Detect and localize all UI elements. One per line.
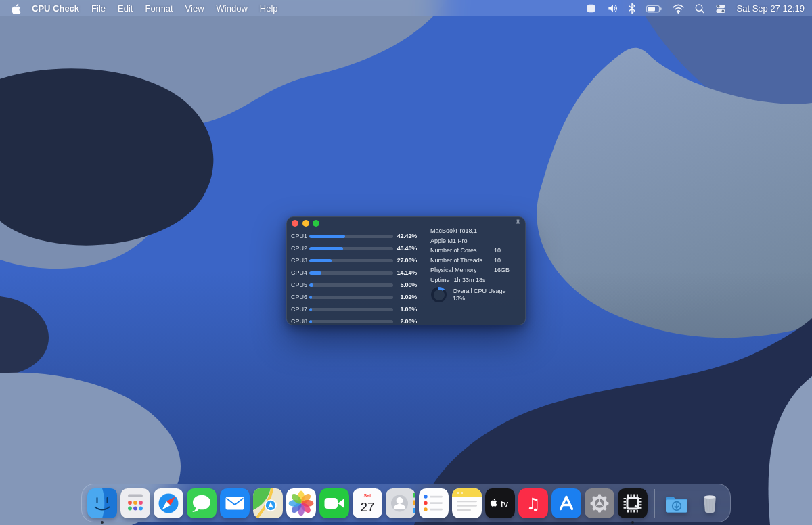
dock-icon-notes[interactable] [451, 488, 482, 519]
window-controls [292, 220, 319, 227]
bluetooth-icon[interactable] [623, 0, 641, 16]
cpu-usage-bar-fill [309, 259, 332, 262]
menu-item-edit[interactable]: Edit [112, 3, 139, 14]
cpu-percent: 1.02% [393, 294, 424, 300]
menu-item-format[interactable]: Format [139, 3, 179, 14]
svg-text:Sat: Sat [364, 493, 372, 497]
system-info-pane: MacBookPro18,1 Apple M1 Pro Number of Co… [430, 226, 521, 302]
pane-divider [424, 227, 424, 319]
dock-divider [654, 489, 655, 518]
cpu-row: CPU327.00% [287, 254, 424, 267]
dock-icon-photos[interactable] [286, 488, 317, 519]
cpu-usage-bar-fill [309, 308, 312, 311]
cpu-percent: 14.14% [393, 269, 424, 276]
cpu-usage-bar [309, 320, 393, 323]
cpu-percent: 2.00% [393, 318, 424, 325]
dock-icon-contacts[interactable] [385, 488, 416, 519]
menu-item-help[interactable]: Help [254, 3, 284, 14]
cpu-row: CPU240.40% [287, 242, 424, 254]
menu-bar: CPU Check FileEditFormatViewWindowHelp S… [0, 0, 812, 16]
dock-icon-app-store[interactable] [551, 488, 582, 519]
cpu-label: CPU6 [291, 294, 309, 300]
cpu-check-window: CPU142.42%CPU240.40%CPU327.00%CPU414.14%… [286, 216, 526, 325]
dock-icon-settings[interactable] [584, 488, 615, 519]
cpu-usage-bar [309, 235, 393, 238]
cpu-row: CPU61.02% [287, 291, 424, 303]
cpu-usage-bar [309, 247, 393, 250]
cpu-percent: 1.00% [393, 306, 424, 313]
cpu-usage-list: CPU142.42%CPU240.40%CPU327.00%CPU414.14%… [287, 230, 424, 327]
menu-bar-status-area: Sat Sep 27 12:19 [581, 0, 805, 16]
dock-icon-facetime[interactable] [319, 488, 350, 519]
dock-icon-launchpad[interactable] [120, 488, 151, 519]
close-button[interactable] [292, 220, 298, 227]
cpu-usage-bar [309, 308, 393, 311]
cpu-row: CPU414.14% [287, 267, 424, 279]
cpu-usage-bar [309, 271, 393, 275]
menu-item-view[interactable]: View [179, 3, 210, 14]
dock-icon-maps[interactable] [252, 488, 284, 519]
dock-icon-tv[interactable]: tv [484, 488, 516, 519]
cpu-label: CPU7 [291, 306, 309, 313]
cpu-row: CPU55.00% [287, 279, 424, 291]
wifi-icon[interactable] [667, 0, 690, 16]
dock-icon-safari[interactable] [153, 488, 184, 519]
apple-menu-icon[interactable] [12, 3, 21, 14]
svg-text:♫: ♫ [526, 494, 541, 513]
overall-cpu-donut [431, 287, 447, 302]
minimize-button[interactable] [302, 220, 309, 227]
menu-item-file[interactable]: File [85, 3, 112, 14]
cpu-percent: 5.00% [393, 281, 424, 288]
menu-bar-clock[interactable]: Sat Sep 27 12:19 [737, 3, 805, 14]
info-row: Physical Memory16GB [430, 265, 521, 275]
dock-icon-downloads[interactable] [661, 488, 692, 519]
cpu-label: CPU3 [291, 257, 309, 264]
cpu-usage-bar-fill [309, 283, 313, 287]
info-row: Number of Threads10 [430, 256, 521, 266]
cpu-usage-bar [309, 259, 393, 262]
zoom-button[interactable] [313, 220, 319, 227]
dock-icon-music[interactable]: ♫ [518, 488, 549, 519]
active-app-menu[interactable]: CPU Check [32, 3, 79, 14]
dock-icon-calendar[interactable]: Sat27 [352, 488, 383, 519]
dock-icon-mail[interactable] [219, 488, 250, 519]
menu-items: FileEditFormatViewWindowHelp [79, 3, 284, 14]
overall-cpu-row: Overall CPU Usage 13% [431, 287, 521, 302]
dock-icon-reminders[interactable] [418, 488, 449, 519]
menu-item-window[interactable]: Window [210, 3, 254, 14]
volume-icon[interactable] [602, 0, 623, 16]
svg-text:tv: tv [501, 498, 508, 509]
cpu-percent: 27.00% [393, 257, 424, 264]
model-name: MacBookPro18,1 [430, 226, 521, 236]
dock: Sat27tv♫ [81, 484, 731, 522]
cpu-usage-bar [309, 296, 393, 299]
svg-text:27: 27 [360, 500, 374, 514]
info-row: Number of Cores10 [430, 246, 521, 256]
overall-cpu-text: Overall CPU Usage 13% [453, 288, 506, 302]
cpu-usage-bar-fill [309, 271, 321, 275]
display-square-icon[interactable] [581, 0, 602, 16]
uptime-value: 1h 33m 18s [454, 277, 486, 283]
dock-icon-trash[interactable] [694, 488, 725, 519]
cpu-row: CPU82.00% [287, 315, 424, 327]
cpu-row: CPU142.42% [287, 230, 424, 242]
control-center-icon[interactable] [710, 0, 731, 16]
cpu-usage-bar [309, 283, 393, 287]
cpu-label: CPU8 [291, 318, 309, 325]
cpu-label: CPU4 [291, 269, 309, 276]
cpu-percent: 40.40% [393, 245, 424, 252]
cpu-usage-bar-fill [309, 320, 312, 323]
dock-icon-messages[interactable] [186, 488, 217, 519]
cpu-usage-bar-fill [309, 235, 345, 238]
chip-name: Apple M1 Pro [430, 236, 521, 246]
battery-icon[interactable] [641, 0, 667, 16]
cpu-row: CPU71.00% [287, 303, 424, 315]
dock-icon-cpu-check[interactable] [617, 488, 648, 519]
cpu-label: CPU5 [291, 281, 309, 288]
spotlight-search-icon[interactable] [690, 0, 710, 16]
uptime-row: Uptime 1h 33m 18s [430, 275, 521, 286]
cpu-usage-bar-fill [309, 247, 343, 250]
cpu-usage-bar-fill [309, 296, 312, 299]
dock-icon-finder[interactable] [87, 488, 118, 519]
cpu-label: CPU2 [291, 245, 309, 252]
